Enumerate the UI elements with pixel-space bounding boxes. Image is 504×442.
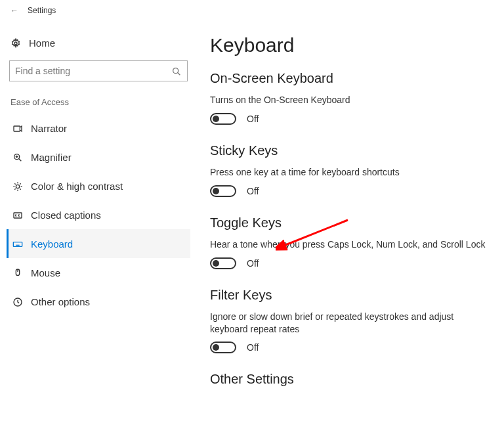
sidebar-item-magnifier[interactable]: Magnifier (7, 143, 190, 171)
toggle-state-label: Off (247, 258, 259, 269)
sidebar-item-label: Narrator (31, 123, 67, 134)
svg-rect-18 (13, 242, 22, 246)
title-bar: ← Settings (0, 0, 504, 21)
toggle-state-label: Off (247, 114, 259, 124)
sidebar-item-label: Closed captions (31, 210, 101, 221)
sidebar-item-label: Other options (31, 296, 90, 307)
page-title: Keyboard (210, 34, 491, 56)
toggle-sticky-keys[interactable] (210, 185, 236, 197)
toggle-state-label: Off (247, 186, 259, 196)
section-other-settings: Other Settings (210, 372, 491, 387)
section-sticky-keys: Sticky Keys Press one key at a time for … (210, 143, 491, 197)
gear-icon (10, 37, 29, 49)
captions-icon (12, 209, 31, 220)
toggle-on-screen-keyboard[interactable] (210, 113, 236, 125)
section-description: Turns on the On-Screen Keyboard (210, 94, 486, 106)
keyboard-icon (12, 238, 31, 249)
svg-point-0 (14, 42, 17, 45)
svg-rect-17 (14, 213, 22, 218)
toggle-state-label: Off (247, 342, 259, 353)
toggle-filter-keys[interactable] (210, 342, 236, 353)
svg-line-14 (20, 188, 20, 189)
contrast-icon (12, 180, 31, 191)
sidebar-item-mouse[interactable]: Mouse (7, 258, 190, 287)
section-heading: Filter Keys (210, 288, 491, 303)
section-description: Press one key at a time for keyboard sho… (210, 166, 486, 179)
nav-home-label: Home (29, 37, 55, 49)
svg-line-2 (177, 72, 180, 75)
nav-home[interactable]: Home (7, 33, 190, 58)
back-button[interactable]: ← (5, 6, 24, 15)
sidebar-item-label: Keyboard (31, 238, 73, 250)
section-heading: Toggle Keys (210, 215, 491, 231)
section-filter-keys: Filter Keys Ignore or slow down brief or… (210, 288, 491, 354)
content-pane: Keyboard On-Screen Keyboard Turns on the… (197, 21, 504, 442)
svg-rect-3 (14, 126, 20, 131)
sidebar-item-captions[interactable]: Closed captions (7, 200, 190, 229)
search-input[interactable]: Find a setting (9, 60, 188, 81)
sidebar-item-label: Mouse (31, 267, 60, 278)
svg-line-15 (14, 188, 15, 189)
svg-line-13 (14, 183, 15, 184)
mouse-icon (12, 267, 31, 278)
section-toggle-keys: Toggle Keys Hear a tone when you press C… (210, 215, 491, 269)
svg-line-16 (20, 183, 20, 184)
options-icon (12, 296, 31, 307)
app-title: Settings (28, 6, 56, 15)
sidebar-item-contrast[interactable]: Color & high contrast (7, 171, 190, 200)
sidebar-item-narrator[interactable]: Narrator (7, 114, 190, 143)
sidebar-item-keyboard[interactable]: Keyboard (7, 229, 190, 258)
sidebar-item-label: Magnifier (31, 152, 72, 163)
section-heading: Other Settings (210, 372, 491, 387)
sidebar: Home Find a setting Ease of Access Narra… (0, 21, 197, 442)
section-heading: Sticky Keys (210, 143, 491, 158)
search-icon (171, 65, 182, 76)
narrator-icon (12, 122, 31, 133)
search-placeholder: Find a setting (15, 66, 171, 76)
svg-line-5 (18, 158, 21, 161)
section-heading: On-Screen Keyboard (210, 71, 491, 86)
magnifier-icon (12, 151, 31, 162)
section-description: Ignore or slow down brief or repeated ke… (210, 311, 486, 336)
section-description: Hear a tone when you press Caps Lock, Nu… (210, 238, 486, 251)
section-on-screen-keyboard: On-Screen Keyboard Turns on the On-Scree… (210, 71, 491, 125)
sidebar-item-other-options[interactable]: Other options (7, 287, 190, 316)
toggle-toggle-keys[interactable] (210, 257, 236, 269)
svg-point-8 (16, 185, 19, 188)
sidebar-item-label: Color & high contrast (31, 181, 123, 192)
sidebar-group-header: Ease of Access (7, 97, 190, 114)
